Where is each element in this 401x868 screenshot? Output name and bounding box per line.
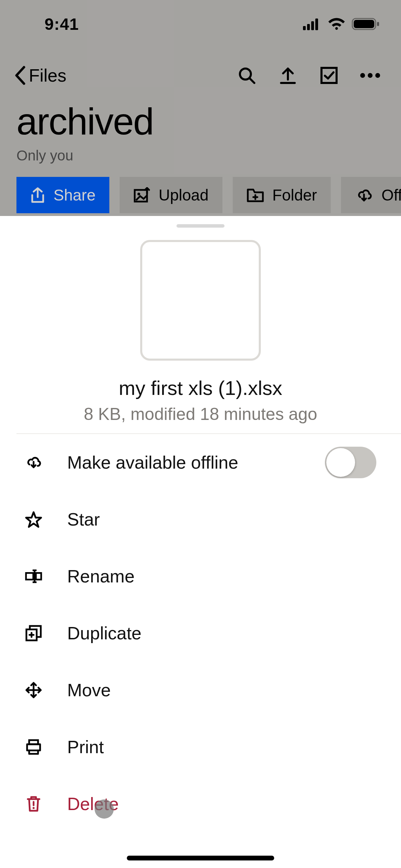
- print-icon: [25, 738, 42, 756]
- home-indicator[interactable]: [127, 856, 274, 860]
- cloud-download-icon: [25, 454, 42, 471]
- svg-point-25: [33, 807, 35, 809]
- touch-indicator: [95, 799, 114, 819]
- svg-rect-16: [26, 573, 33, 579]
- sheet-grabber[interactable]: [177, 224, 224, 228]
- action-label: Rename: [67, 566, 135, 587]
- action-label: Make available offline: [67, 452, 238, 473]
- sheet-header: my first xls (1).xlsx 8 KB, modified 18 …: [0, 240, 401, 424]
- action-move[interactable]: Move: [0, 662, 401, 719]
- star-icon: [25, 510, 42, 528]
- file-name: my first xls (1).xlsx: [119, 376, 282, 399]
- svg-rect-17: [36, 573, 41, 579]
- toggle-knob: [326, 448, 355, 477]
- rename-icon: [25, 567, 42, 585]
- action-rename[interactable]: Rename: [0, 548, 401, 605]
- action-label: Move: [67, 680, 111, 700]
- action-star[interactable]: Star: [0, 491, 401, 548]
- actions-list: Make available offline Star Rename: [0, 434, 401, 868]
- duplicate-icon: [25, 624, 42, 642]
- action-label: Duplicate: [67, 623, 142, 643]
- action-duplicate[interactable]: Duplicate: [0, 605, 401, 662]
- action-print[interactable]: Print: [0, 719, 401, 775]
- action-make-offline[interactable]: Make available offline: [0, 434, 401, 491]
- file-meta: 8 KB, modified 18 minutes ago: [84, 404, 317, 424]
- trash-icon: [25, 795, 42, 813]
- action-delete[interactable]: Delete: [0, 775, 401, 832]
- action-label: Print: [67, 737, 104, 757]
- action-label: Star: [67, 509, 100, 530]
- offline-toggle[interactable]: [325, 447, 376, 478]
- move-icon: [25, 681, 42, 699]
- file-actions-sheet: my first xls (1).xlsx 8 KB, modified 18 …: [0, 216, 401, 868]
- file-preview-thumbnail: [140, 240, 261, 361]
